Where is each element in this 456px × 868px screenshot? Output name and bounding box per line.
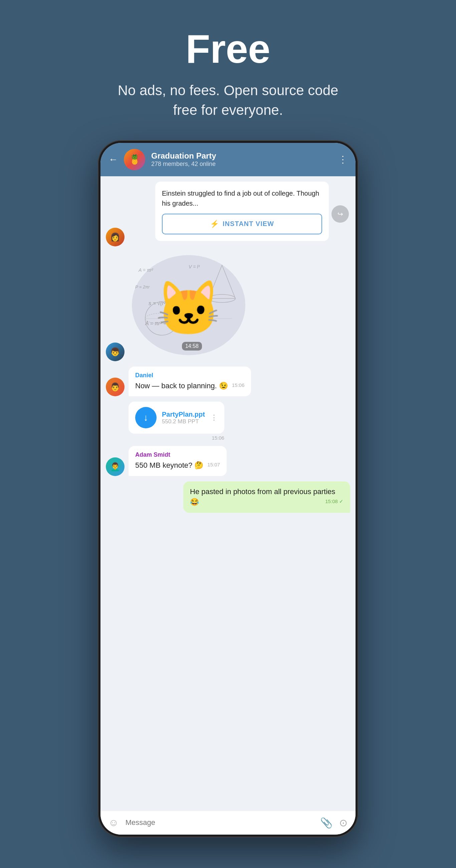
file-bubble: ↓ PartyPlan.ppt 550.2 MB PPT ⋮ — [128, 402, 224, 434]
daniel-name: Daniel — [135, 372, 244, 379]
emoji-button[interactable]: ☺ — [109, 817, 119, 828]
sticker-message: A = πr² V = l³ P = 2πr s = √(r²+h²) A = … — [128, 252, 249, 359]
file-meta: 550.2 MB PPT — [162, 418, 205, 425]
adam-text: 550 MB keynote? 🤔 — [135, 461, 203, 469]
adam-name: Adam Smidt — [135, 452, 220, 458]
file-time: 15:06 — [128, 435, 224, 441]
adam-text-row: 👨‍🦱 Adam Smidt 550 MB keynote? 🤔 15:07 — [106, 446, 350, 476]
group-avatar: 🍍 — [124, 149, 145, 170]
instant-view-button[interactable]: ⚡ INSTANT VIEW — [162, 214, 322, 235]
phone-inner: ← 🍍 Graduation Party 278 members, 42 onl… — [100, 143, 356, 835]
attach-button[interactable]: 📎 — [320, 817, 333, 829]
daniel-text-row: 👨 Daniel Now — back to planning. 😉 15:06 — [106, 367, 350, 397]
bolt-icon: ⚡ — [210, 220, 219, 228]
svg-text:A = πr²: A = πr² — [138, 268, 154, 273]
checkmark-icon: ✓ — [339, 498, 343, 504]
chat-header: ← 🍍 Graduation Party 278 members, 42 onl… — [100, 143, 356, 176]
download-icon[interactable]: ↓ — [135, 407, 157, 428]
self-time: 15:08 ✓ — [325, 498, 343, 504]
self-text: He pasted in photos from all previous pa… — [190, 488, 335, 506]
sender-avatar-adam: 👨‍🦱 — [106, 457, 124, 476]
hero-title: Free — [13, 27, 443, 71]
hero-section: Free No ads, no fees. Open source code f… — [0, 0, 456, 140]
daniel-text: Now — back to planning. 😉 — [135, 381, 228, 390]
sender-avatar-sticker: 👦 — [106, 343, 124, 361]
cat-sticker: 🐱 — [155, 282, 222, 335]
chat-info: Graduation Party 278 members, 42 online — [151, 151, 332, 167]
self-message-bubble: He pasted in photos from all previous pa… — [183, 482, 350, 513]
adam-time: 15:07 — [207, 462, 220, 467]
chat-members: 278 members, 42 online — [151, 161, 332, 167]
share-button[interactable]: ↪ — [332, 205, 349, 223]
camera-button[interactable]: ⊙ — [339, 817, 347, 829]
input-bar: ☺ 📎 ⊙ — [100, 811, 356, 835]
article-text: Einstein struggled to find a job out of … — [162, 188, 322, 208]
self-message-row: He pasted in photos from all previous pa… — [106, 482, 350, 513]
file-name: PartyPlan.ppt — [162, 411, 205, 418]
daniel-text-time: 15:06 — [232, 382, 245, 388]
chat-name: Graduation Party — [151, 151, 332, 161]
phone-frame: ← 🍍 Graduation Party 278 members, 42 onl… — [98, 140, 358, 837]
sender-avatar-daniel-text: 👨 — [106, 378, 124, 396]
sticker-time: 14:58 — [182, 342, 202, 350]
message-input[interactable] — [125, 818, 313, 827]
svg-text:V = l³: V = l³ — [189, 264, 200, 270]
svg-text:P = 2πr: P = 2πr — [135, 284, 150, 289]
hero-subtitle: No ads, no fees. Open source code free f… — [111, 81, 345, 120]
file-info: PartyPlan.ppt 550.2 MB PPT — [162, 411, 205, 425]
instant-view-label: INSTANT VIEW — [223, 220, 274, 228]
adam-text-bubble: Adam Smidt 550 MB keynote? 🤔 15:07 — [128, 446, 227, 476]
file-message-row: 👨 ↓ PartyPlan.ppt 550.2 MB PPT ⋮ 15:06 — [106, 402, 350, 441]
chat-body: 👩 Einstein struggled to find a job out o… — [100, 176, 356, 811]
sender-avatar-1: 👩 — [106, 228, 124, 246]
phone-wrapper: ← 🍍 Graduation Party 278 members, 42 onl… — [98, 140, 358, 837]
file-more-button[interactable]: ⋮ — [210, 413, 218, 422]
article-message-row: 👩 Einstein struggled to find a job out o… — [106, 182, 350, 246]
daniel-text-bubble: Daniel Now — back to planning. 😉 15:06 — [128, 367, 251, 397]
back-button[interactable]: ← — [109, 154, 118, 165]
more-button[interactable]: ⋮ — [338, 154, 347, 165]
article-bubble: Einstein struggled to find a job out of … — [155, 182, 329, 241]
